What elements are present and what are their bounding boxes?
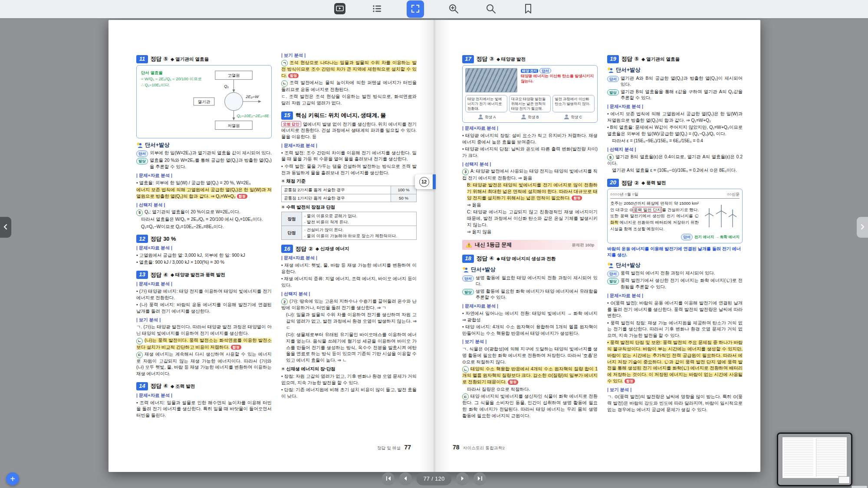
analysis-label: | 문제+자료 분석 |	[136, 245, 272, 252]
thumbnail-right-page	[816, 439, 846, 477]
analysis-label: | 문제+자료 분석 |	[462, 303, 598, 310]
analysis-label: | 문제+자료 분석 |	[607, 104, 743, 110]
choice-marker: 5	[136, 210, 143, 216]
solution-line: • 조력 발전: 조수 간만의 차이를 이용해 전기 에너지를 생산한다. 밀물…	[281, 150, 417, 163]
analysis-label: | 선택지 분석 |	[462, 161, 598, 168]
trap-badge: 함정	[231, 345, 241, 350]
fullscreen-icon	[411, 4, 420, 14]
solution-line: 에너지 보존 법칙에 의해 고열원에서 공급한 열(Q₁)은 한 일(W)과 저…	[136, 187, 272, 200]
section-header: 18정답 ④◆ 태양 에너지의 생성과 전환	[462, 255, 598, 263]
grading-table: 공통점 2가지를 옳게 서술한 경우100 %공통점 1가지만 옳게 서술한 경…	[281, 186, 417, 202]
choice-marker: ㄴ	[462, 366, 469, 373]
analysis-label: | 보기 분석 |	[462, 339, 598, 345]
footer-right-page-number: 78	[453, 444, 460, 451]
add-button[interactable]: +	[6, 472, 19, 485]
choice-marker: ㄱ	[281, 60, 288, 66]
page-tab-bookmark[interactable]: 12	[415, 174, 436, 189]
solution-line: B: 태양광 발전은 태양의 빛에너지를 전기 에너지로 많이 전환하기 위해서…	[462, 182, 598, 201]
solution-line: ⇒ 옳음	[462, 202, 598, 209]
analysis-label: | 보기 분석 |	[607, 387, 743, 393]
footer-left-label: 정답 및 해설	[377, 445, 401, 451]
solution-line: 3A: 태양광 발전에서 사용되는 태양 전지는 태양의 빛에너지를 직접 전기…	[462, 168, 598, 181]
solution-line: • 단점: 기존 에너지원에 비해 초기 설치 비용이 많이 들고, 발전 효율…	[281, 387, 417, 400]
solution-line: ⇒ 옳지 않음	[462, 229, 598, 236]
solution-line: (나): 밀물과 썰물의 수위 차를 이용하여 전기를 생산하며 자원 고갈의 …	[281, 312, 417, 331]
zoom-in-button[interactable]	[446, 1, 461, 17]
section-header: 11정답 ⑤◆ 열기관의 열효율	[136, 55, 272, 63]
thumbnail-viewport-box	[838, 476, 850, 484]
section-header: 17정답 ③◆ 태양광 발전	[462, 55, 598, 63]
cast-button[interactable]	[332, 1, 348, 17]
subheading: ✳ 신재생 에너지의 장·단점	[281, 366, 417, 373]
speech-bubble: 발전 과정에서 이산화 탄소가 발생하지 않아.	[552, 95, 595, 112]
analysis-label: | 선택지 분석 |	[281, 291, 417, 298]
solution-line: • 조력 에너지: 밀물과 썰물로 인한 해수면의 높이차를 이용해 터빈을 돌…	[136, 400, 272, 419]
student-label: 학생 A	[478, 114, 496, 120]
solution-line: 5Q₁: 열기관의 열효율이 20 %이므로 W=2E₀이다.	[136, 209, 272, 216]
solution-line: • ⊙(풍력 발전): 바람의 운동 에너지를 이용해 발전기에 연결된 날개를…	[607, 300, 743, 319]
analysis-label: | 문제+자료 분석 |	[136, 173, 272, 179]
first-page-button[interactable]	[381, 472, 395, 485]
solution-line: ㄷ. 조력 발전은 조석 현상을 이용하는 발전 방식으로, 화석연료와 달리 …	[281, 94, 417, 107]
solution-line: • 풍력 발전의 단점 및 보완: 풍력 발전의 주요 문제점 중 하나가 바람…	[607, 340, 743, 384]
book-spread: 11정답 ⑤◆ 열기관의 열효율 단서 열효율 = W/Q₁ = 2E₀/Q₁ …	[108, 20, 760, 472]
solution-line: ㄴ태양의 수소 핵융합 반응에서 4개의 수소 원자핵의 질량 합이 1개의 헬…	[462, 366, 598, 386]
svg-text:= W/Q₁ = 2E₀/Q₁ = 20/100 이므로: = W/Q₁ = 2E₀/Q₁ = 20/100 이므로	[141, 76, 202, 81]
next-page-edge-button[interactable]	[857, 217, 868, 238]
next-page-button[interactable]	[456, 472, 469, 485]
clue-line: 단서열기관 A와 B의 공급한 열(Q₁)과 방출한 열(Q₂)이 제시되어 있…	[607, 75, 743, 88]
clue-line: 발상열효율 20 %와 W=2E₀를 통해 공급한 열(Q₁)과 방출한 열(Q…	[136, 157, 272, 170]
trap-badge: 함정	[625, 379, 635, 383]
solution-line: • 고열원에서 공급한 열: 3,000 kJ, 외부에 한 일: 900 kJ	[136, 252, 272, 259]
analysis-label: | 보기 분석 |	[136, 317, 272, 324]
choice-marker: ㄷ	[136, 352, 143, 358]
zoom-in-icon	[448, 3, 459, 16]
analysis-label: | 선택지 분석 |	[607, 147, 743, 153]
analysis-label: | 문제+자료 분석 |	[281, 143, 417, 149]
trap-badge: 함정	[288, 73, 299, 78]
svg-text:Q₂=10E₀−2E₀=8E₀: Q₂=10E₀−2E₀=8E₀	[237, 113, 269, 118]
solution-line: • (가) 태양광 에너지: 태양 전지를 이용하여 태양의 빛에너지를 전기 …	[136, 288, 272, 301]
choice-marker: ㄴ	[136, 338, 143, 344]
solution-line: 2(가): 땅속에 있는 고온의 지하수나 수증기를 끌어올려 온수와 난방에 …	[281, 298, 417, 311]
solution-line: C: 태양광 에너지는 고갈되지 않고 친환경적인 재생 에너지이기 때문에, …	[462, 209, 598, 228]
solution-line: 따라서 질량은 ⊙으로 적절하다.	[462, 386, 598, 393]
clue-line: 발상생명 활동에 필요한 화학 에너지가 태양 에너지에서 유래함을 추론할 수…	[462, 288, 598, 301]
solution-line: ㄱ. (가)는 태양광 발전이다. 따라서 태양광 발전 과정은 태양열이 아닌…	[136, 324, 272, 337]
page78-column-1: 17정답 ③◆ 태양광 발전 태양 전지단서 태양광 에너지는 이산화 탄소를 …	[462, 50, 598, 447]
previous-page-button[interactable]	[399, 472, 412, 485]
horizontal-scrollbar[interactable]	[852, 486, 867, 488]
choice-marker: ㄷ	[462, 393, 469, 400]
thumbnail-mini-spread	[783, 437, 847, 478]
footer-left-page-number: 77	[404, 444, 411, 451]
clue-line: 단서풍력 발전의 에너지 전환 과정이 제시되어 있다.	[607, 270, 743, 277]
svg-text:단서 열효율: 단서 열효율	[141, 70, 163, 75]
solution-line: • 열효율: 외부에 한 일(W) / 공급한 열(Q₁) = 20 %, W=…	[136, 180, 272, 187]
clue-heading: 단서+발상	[607, 66, 743, 74]
solution-line: • 열효율: 900 kJ / 3,000 kJ × 100(%) = 30 %	[136, 259, 272, 266]
trap-badge: 함정	[572, 196, 582, 200]
bottom-navigation: 77 / 120	[381, 472, 486, 485]
previous-page-edge-button[interactable]	[0, 217, 11, 238]
page-77: 11정답 ⑤◆ 열기관의 열효율 단서 열효율 = W/Q₁ = 2E₀/Q₁ …	[108, 20, 434, 472]
page-footer-right: 78 자이스토리 통합과학2	[453, 444, 505, 451]
spread-thumbnail[interactable]	[777, 432, 852, 486]
trap-badge: 함정	[508, 380, 518, 384]
fullscreen-button[interactable]	[407, 0, 424, 18]
solution-line: ㄱ. ⊙(풍력 발전)의 발전량은 날씨에 영향을 많이 받는다. 특히 ⊙(풍…	[607, 394, 743, 413]
index-list-button[interactable]	[369, 1, 385, 17]
solution-line: • 재생 에너지의 종류: 지열 에너지, 조력 에너지, 바이오 에너지 등이…	[281, 276, 417, 289]
section-header: 13정답 ④◆ 태양광 발전과 풍력 발전	[136, 271, 272, 279]
first-page-icon	[385, 476, 391, 482]
clue-line: 단서생명 활동에 필요한 태양 에너지의 전환 과정이 제시되어 있다.	[462, 275, 598, 288]
last-page-button[interactable]	[473, 472, 487, 485]
viewer-toolbar	[0, 0, 868, 18]
bookmark-button[interactable]	[520, 1, 536, 17]
search-button[interactable]	[483, 1, 499, 17]
section-header: 14정답 ④◆ 조력 발전	[136, 382, 272, 390]
solution-line: ㄱ. 식물은 ⊙(광합성)에 의해 지구에 도달하는 태양의 빛에너지를 생명 …	[462, 346, 598, 365]
newspaper-figure: ○○○○년 ○월 ○일○○신문 호주는 2050년까지 해상에 면적이 약 15…	[607, 189, 743, 243]
choice-marker: ㄴ	[281, 80, 288, 87]
svg-text:2E₀=W: 2E₀=W	[245, 94, 259, 99]
page-indicator[interactable]: 77 / 120	[416, 472, 451, 485]
